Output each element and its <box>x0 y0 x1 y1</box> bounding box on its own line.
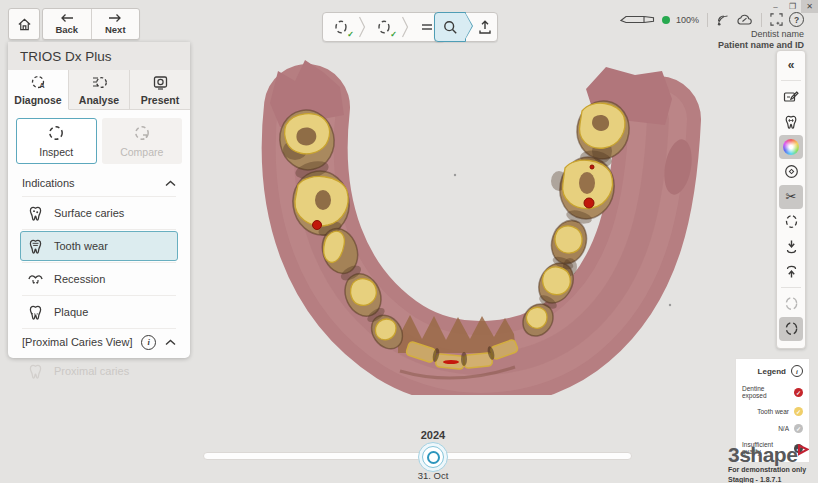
scissors-icon: ✂ <box>786 189 797 204</box>
occlusion-view-button[interactable] <box>779 210 803 234</box>
next-label: Next <box>105 25 126 35</box>
next-button[interactable]: Next <box>92 9 140 39</box>
legend-info-icon[interactable]: i <box>791 365 803 377</box>
branding: 3shape For demonstration only Staging - … <box>728 444 814 483</box>
inspect-tool-selected[interactable] <box>434 12 466 42</box>
scan-step-2[interactable]: ✓ <box>366 13 401 41</box>
divider <box>781 80 801 81</box>
diagnose-icon: A <box>30 74 47 91</box>
arrow-right-icon <box>108 13 122 23</box>
threeshape-logo-triangle-icon <box>797 444 809 456</box>
history-nav: Back Next <box>42 8 140 40</box>
cloud-icon <box>736 13 753 26</box>
check-icon: ✓ <box>390 30 397 39</box>
scan-step-icon <box>376 19 392 35</box>
inspect-label: Inspect <box>39 146 73 158</box>
legend-row: Dentine exposed ✓ <box>742 385 803 399</box>
battery-percent: 100% <box>676 15 699 25</box>
inspect-icon <box>47 124 65 142</box>
proximal-header-row[interactable]: [Proximal Caries View] i <box>8 329 190 355</box>
upload-icon <box>478 20 492 35</box>
indication-label: Proximal caries <box>54 365 129 377</box>
legend-label: N/A <box>778 425 789 432</box>
indication-plaque[interactable]: Plaque <box>20 297 178 327</box>
annotate-button[interactable] <box>779 85 803 109</box>
chevron-up-icon <box>165 180 176 187</box>
minimize-button[interactable]: – <box>767 0 784 13</box>
tab-analyse[interactable]: Analyse <box>69 70 130 110</box>
indication-tooth-wear[interactable]: Tooth wear <box>20 231 178 261</box>
arch-icon <box>784 296 799 311</box>
wireless-icon <box>716 13 730 27</box>
home-button[interactable] <box>8 8 40 40</box>
help-icon[interactable]: ? <box>789 12 804 27</box>
plaque-icon <box>27 304 44 321</box>
status-bar: 100% ? <box>620 12 804 27</box>
fullscreen-icon[interactable] <box>770 13 783 26</box>
close-button[interactable]: ✕ <box>801 0 818 13</box>
scan-step-1[interactable]: ✓ <box>323 13 358 41</box>
threeshape-logo: 3shape <box>728 444 797 465</box>
present-icon <box>152 74 169 91</box>
maximize-button[interactable]: ❐ <box>784 0 801 13</box>
legend-label: Dentine exposed <box>742 385 789 399</box>
timeline-date: 31. Oct <box>406 470 460 481</box>
bite-icon <box>419 19 435 35</box>
color-view-button[interactable] <box>779 135 803 159</box>
timeline-marker[interactable] <box>418 442 448 472</box>
shade-icon <box>784 164 799 179</box>
tab-diagnose-label: Diagnose <box>14 94 61 106</box>
tab-present[interactable]: Present <box>130 70 190 110</box>
tooth-wear-icon <box>27 238 44 255</box>
trios-panel: TRIOS Dx Plus A Diagnose Analyse Present <box>8 42 190 358</box>
dentist-name: Dentist name <box>718 29 804 40</box>
upper-arch-toggle[interactable] <box>779 292 803 316</box>
check-icon: ✓ <box>347 30 354 39</box>
indication-label: Surface caries <box>54 207 124 219</box>
indications-header-row[interactable]: Indications <box>8 170 190 196</box>
divider <box>761 13 762 27</box>
shade-measure-button[interactable] <box>779 160 803 184</box>
collapse-panel-button[interactable]: « <box>779 53 803 77</box>
color-wheel-icon <box>783 139 799 155</box>
lower-arch-toggle[interactable] <box>779 317 803 341</box>
timeline-year: 2024 <box>411 429 455 441</box>
legend-color-na: ✓ <box>794 424 803 433</box>
indication-surface-caries[interactable]: Surface caries <box>20 198 178 228</box>
legend-row: N/A ✓ <box>742 424 803 433</box>
build-version: Staging - 1.8.7.1 <box>728 475 814 483</box>
indications-header: Indications <box>22 177 75 189</box>
divider <box>22 229 176 230</box>
legend-color-dentine: ✓ <box>794 388 803 397</box>
tooth-chart-button[interactable] <box>779 110 803 134</box>
tooth-caries-icon <box>27 205 44 222</box>
lower-jaw-button[interactable] <box>779 235 803 259</box>
step-separator <box>358 15 366 39</box>
recession-icon <box>27 271 44 288</box>
tab-diagnose[interactable]: A Diagnose <box>8 70 69 110</box>
indication-proximal-caries[interactable]: Proximal caries <box>20 356 178 386</box>
upper-jaw-button[interactable] <box>779 260 803 284</box>
indication-label: Recession <box>54 273 105 285</box>
jaw-down-icon <box>784 239 799 254</box>
divider <box>22 196 176 197</box>
indication-label: Plaque <box>54 306 88 318</box>
search-icon <box>443 20 458 35</box>
trim-button[interactable]: ✂ <box>779 185 803 209</box>
inspect-button[interactable]: Inspect <box>16 118 97 164</box>
window-controls: – ❐ ✕ <box>767 0 818 13</box>
back-button[interactable]: Back <box>43 9 92 39</box>
legend-row: Tooth wear ✓ <box>742 407 803 416</box>
info-icon[interactable]: i <box>141 335 156 350</box>
legend-label: Tooth wear <box>757 408 789 415</box>
workflow-steps: ✓ ✓ ✓ <box>322 12 445 42</box>
tooth-icon <box>783 114 799 130</box>
indication-label: Tooth wear <box>54 240 108 252</box>
tab-present-label: Present <box>141 94 180 106</box>
dental-scan-viewport[interactable] <box>250 55 750 395</box>
arrow-left-icon <box>60 13 74 23</box>
indication-recession[interactable]: Recession <box>20 264 178 294</box>
session-names: Dentist name Patient name and ID <box>718 29 804 52</box>
compare-button[interactable]: Compare <box>102 118 183 164</box>
legend-color-wear: ✓ <box>794 407 803 416</box>
